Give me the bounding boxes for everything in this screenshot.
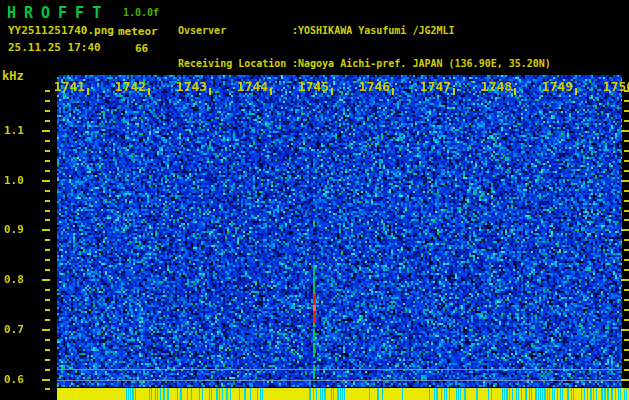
y-axis-tick-right (624, 150, 629, 152)
y-axis-unit-label: kHz (2, 69, 24, 83)
y-axis-tick-left (45, 210, 50, 212)
y-axis-tick-left (42, 229, 50, 231)
x-axis-time-label: 1742 (114, 79, 148, 94)
y-axis-label: 0.9 (4, 223, 24, 236)
info-row-observer: Ovserver :YOSHIKAWA Yasufumi /JG2MLI (178, 25, 551, 36)
x-axis-time-label: 1749 (541, 79, 575, 94)
activity-bar-canvas (57, 388, 629, 400)
y-axis-tick-right (624, 259, 629, 261)
info-label: Receiving Location (178, 58, 292, 69)
y-axis-tick-left (45, 349, 50, 351)
y-axis-tick-left (45, 140, 50, 142)
x-axis-minute-tick (87, 88, 89, 95)
x-axis-minute-tick (575, 88, 577, 95)
x-axis-time-label: 1747 (419, 79, 453, 94)
x-axis-time-label: 1744 (236, 79, 270, 94)
y-axis-tick-left (45, 120, 50, 122)
y-axis-tick-left (45, 200, 50, 202)
y-axis-tick-right (621, 329, 629, 331)
y-axis-tick-left (45, 269, 50, 271)
y-axis-tick-left (45, 190, 50, 192)
y-axis-tick-right (624, 388, 629, 390)
y-axis-tick-left (45, 339, 50, 341)
hrofft-spectrogram-screen: HROFFT 1.0.0f YY2511251740.png meteor 25… (0, 0, 629, 400)
y-axis-tick-left (45, 110, 50, 112)
y-axis-tick-left (45, 319, 50, 321)
x-axis-time-label: 1741 (53, 79, 87, 94)
y-axis-tick-left (45, 170, 50, 172)
x-axis-minute-tick (270, 88, 272, 95)
y-axis-tick-left (45, 309, 50, 311)
y-axis-tick-right (621, 279, 629, 281)
y-axis-tick-right (621, 180, 629, 182)
info-row-location: Receiving Location :Nagoya Aichi-pref. J… (178, 58, 551, 69)
y-axis-tick-left (42, 180, 50, 182)
y-axis-tick-right (624, 289, 629, 291)
y-axis-tick-right (624, 120, 629, 122)
y-axis-tick-left (45, 90, 50, 92)
y-axis-tick-right (624, 369, 629, 371)
y-axis-tick-right (624, 100, 629, 102)
y-axis-tick-left (45, 249, 50, 251)
y-axis-tick-left (45, 369, 50, 371)
y-axis-label: 0.8 (4, 273, 24, 286)
y-axis-tick-right (621, 229, 629, 231)
y-axis-tick-left (42, 279, 50, 281)
y-axis-label: 1.1 (4, 124, 24, 137)
y-axis-tick-right (624, 359, 629, 361)
y-axis-label: 0.7 (4, 323, 24, 336)
y-axis-tick-left (45, 388, 50, 390)
y-axis-tick-left (42, 130, 50, 132)
y-axis-tick-right (624, 249, 629, 251)
y-axis-label: 1.0 (4, 174, 24, 187)
x-axis-time-label: 1743 (175, 79, 209, 94)
y-axis-tick-right (624, 140, 629, 142)
y-axis-tick-left (42, 379, 50, 381)
x-axis-minute-tick (331, 88, 333, 95)
y-axis-tick-right (624, 190, 629, 192)
y-axis-tick-right (624, 219, 629, 221)
y-axis-tick-right (624, 339, 629, 341)
y-axis-tick-left (45, 299, 50, 301)
x-axis-minute-tick (148, 88, 150, 95)
y-axis-tick-right (624, 170, 629, 172)
y-axis-tick-right (624, 319, 629, 321)
info-value: :YOSHIKAWA Yasufumi /JG2MLI (292, 25, 455, 36)
y-axis-tick-right (624, 200, 629, 202)
echo-count: 66 (135, 42, 148, 55)
y-axis-tick-right (624, 160, 629, 162)
y-axis-tick-left (45, 100, 50, 102)
x-axis-minute-tick (392, 88, 394, 95)
info-value: :Nagoya Aichi-pref. JAPAN (136.90E, 35.2… (292, 58, 551, 69)
x-axis-minute-tick (453, 88, 455, 95)
x-axis-minute-tick (209, 88, 211, 95)
y-axis-tick-left (45, 259, 50, 261)
y-axis-tick-left (45, 150, 50, 152)
mode-label: meteor (118, 25, 158, 38)
x-axis-time-label: 1748 (480, 79, 514, 94)
y-axis-tick-right (624, 210, 629, 212)
y-axis-tick-right (624, 309, 629, 311)
y-axis-tick-left (42, 329, 50, 331)
y-axis-tick-left (45, 359, 50, 361)
reference-line (57, 380, 622, 381)
y-axis-tick-left (45, 219, 50, 221)
output-filename: YY2511251740.png (8, 24, 114, 37)
x-axis-time-label: 1746 (358, 79, 392, 94)
info-label: Ovserver (178, 25, 292, 36)
y-axis-label: 0.6 (4, 373, 24, 386)
y-axis-tick-right (621, 379, 629, 381)
y-axis-tick-right (624, 269, 629, 271)
app-version: 1.0.0f (123, 7, 159, 18)
y-axis-tick-right (624, 349, 629, 351)
reference-line (57, 369, 622, 370)
x-axis-minute-tick (514, 88, 516, 95)
y-axis-tick-right (624, 110, 629, 112)
y-axis-tick-left (45, 289, 50, 291)
app-title: HROFFT (7, 4, 109, 22)
y-axis-tick-left (45, 239, 50, 241)
spectrogram-canvas (57, 75, 622, 387)
x-axis-time-label: 1745 (297, 79, 331, 94)
datetime-label: 25.11.25 17:40 (8, 41, 101, 54)
y-axis-tick-left (45, 160, 50, 162)
